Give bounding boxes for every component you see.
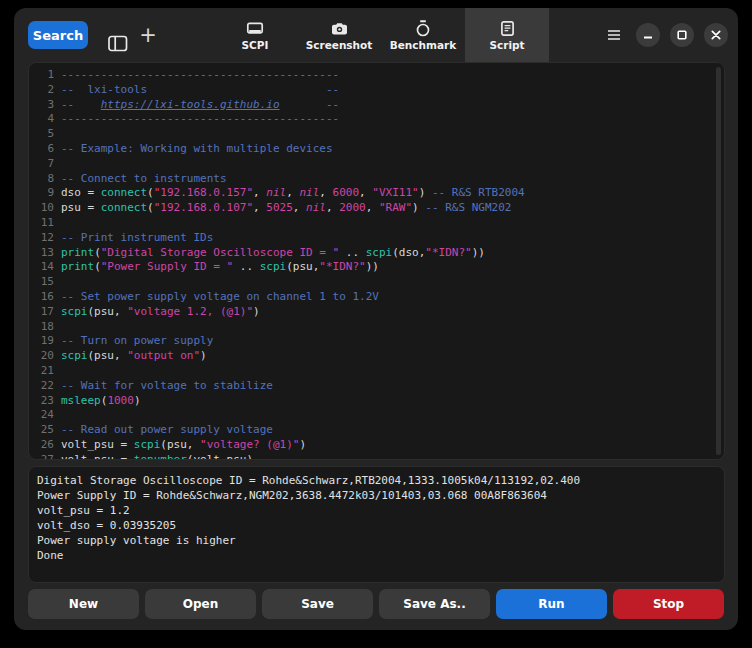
code-line: 26volt_psu = scpi(psu, "voltage? (@1)")	[39, 438, 724, 453]
open-button[interactable]: Open	[145, 589, 256, 619]
code-token: (psu,	[286, 260, 319, 273]
code-token: (psu,	[88, 305, 128, 318]
code-token: 1000	[107, 394, 134, 407]
code-token: -- Print instrument IDs	[61, 231, 213, 244]
save-as-button[interactable]: Save As..	[379, 589, 490, 619]
code-token: -- R&S RTB2004	[432, 186, 525, 199]
close-button[interactable]	[704, 23, 728, 47]
code-token: "Digital Storage Oscilloscope ID = "	[101, 246, 339, 259]
code-token: dso =	[61, 186, 101, 199]
code-token: tonumber	[134, 453, 187, 460]
output-console: Digital Storage Oscilloscope ID = Rohde&…	[28, 466, 725, 583]
code-token: )	[134, 394, 141, 407]
menu-button[interactable]	[602, 23, 626, 47]
code-line: 9dso = connect("192.168.0.157", nil, nil…	[39, 186, 724, 201]
tool-tab-script[interactable]: Script	[465, 8, 549, 62]
code-line: 2-- lxi-tools --	[39, 83, 724, 98]
code-line: 13print("Digital Storage Oscilloscope ID…	[39, 246, 724, 261]
code-token: ,	[319, 186, 332, 199]
code-token: (	[147, 201, 154, 214]
code-token: ,	[253, 201, 266, 214]
code-token: 6000	[333, 186, 360, 199]
code-token: psu =	[61, 201, 101, 214]
line-number: 20	[39, 349, 54, 364]
code-token: volt_psu =	[61, 438, 134, 451]
tool-tab-scpi[interactable]: SCPI	[213, 8, 297, 62]
line-number: 6	[39, 142, 54, 157]
save-button[interactable]: Save	[262, 589, 373, 619]
add-tab-button[interactable]: +	[139, 25, 157, 45]
code-line: 12-- Print instrument IDs	[39, 231, 724, 246]
output-line: volt_psu = 1.2	[37, 503, 716, 518]
maximize-button[interactable]	[670, 23, 694, 47]
minimize-button[interactable]	[636, 23, 660, 47]
line-number: 11	[39, 216, 54, 231]
desktop-background: Search + SCPIScreenshotBenchmarkScript 1…	[0, 0, 752, 648]
code-token: )	[299, 438, 306, 451]
code-token: scpi	[61, 349, 88, 362]
tool-tab-screenshot[interactable]: Screenshot	[297, 8, 381, 62]
run-button[interactable]: Run	[496, 589, 607, 619]
code-token: -- Turn on power supply	[61, 334, 213, 347]
code-line: 18	[39, 320, 724, 335]
code-token: ..	[233, 260, 260, 273]
code-token: ----------------------------------------…	[61, 112, 339, 125]
line-number: 26	[39, 438, 54, 453]
code-line: 1---------------------------------------…	[39, 68, 724, 83]
script-editor[interactable]: 1---------------------------------------…	[28, 62, 725, 460]
output-line: Power Supply ID = Rohde&Schwarz,NGM202,3…	[37, 488, 716, 503]
code-token: ))	[472, 246, 485, 259]
line-number: 19	[39, 334, 54, 349]
search-button[interactable]: Search	[28, 21, 88, 49]
code-token: (dso,	[392, 246, 425, 259]
code-token: ,	[359, 186, 372, 199]
code-line: 14print("Power Supply ID = " .. scpi(psu…	[39, 260, 724, 275]
code-token: ,	[286, 186, 299, 199]
output-line: volt_dso = 0.03935205	[37, 518, 716, 533]
code-lines: 1---------------------------------------…	[39, 68, 724, 460]
code-token: )	[419, 186, 432, 199]
line-number: 25	[39, 423, 54, 438]
code-line: 16-- Set power supply voltage on channel…	[39, 290, 724, 305]
code-token: (	[94, 246, 101, 259]
line-number: 2	[39, 83, 54, 98]
line-number: 5	[39, 127, 54, 142]
code-token: nil	[266, 186, 286, 199]
code-token: msleep	[61, 394, 101, 407]
code-line: 25-- Read out power supply voltage	[39, 423, 724, 438]
code-token: -- Connect to instruments	[61, 172, 227, 185]
line-number: 1	[39, 68, 54, 83]
sidebar-toggle-button[interactable]	[108, 35, 128, 52]
stop-button[interactable]: Stop	[613, 589, 724, 619]
code-token: (volt_psu)	[187, 453, 253, 460]
code-line: 21	[39, 364, 724, 379]
code-token: -- lxi-tools --	[61, 83, 339, 96]
code-line: 7	[39, 157, 724, 172]
line-number: 12	[39, 231, 54, 246]
tool-tab-benchmark[interactable]: Benchmark	[381, 8, 465, 62]
code-token: volt_psu =	[61, 453, 134, 460]
minimize-icon	[643, 30, 653, 40]
code-token: )	[253, 305, 260, 318]
hamburger-menu-icon	[607, 29, 621, 41]
code-token: --	[280, 98, 340, 111]
code-token: connect	[101, 201, 147, 214]
toolbar-tools: SCPIScreenshotBenchmarkScript	[213, 8, 549, 62]
code-token: "*IDN?"	[425, 246, 471, 259]
code-token: -- Set power supply voltage on channel 1…	[61, 290, 379, 303]
code-token: scpi	[134, 438, 161, 451]
maximize-icon	[677, 30, 687, 40]
line-number: 17	[39, 305, 54, 320]
app-window: Search + SCPIScreenshotBenchmarkScript 1…	[14, 8, 738, 630]
code-token: "output on"	[127, 349, 200, 362]
new-button[interactable]: New	[28, 589, 139, 619]
code-token: ,	[253, 186, 266, 199]
tool-label-scpi: SCPI	[242, 39, 269, 51]
code-token: -- Wait for voltage to stabilize	[61, 379, 273, 392]
code-token: "VXI11"	[372, 186, 418, 199]
code-token: connect	[101, 186, 147, 199]
line-number: 4	[39, 112, 54, 127]
editor-scrollbar[interactable]	[716, 67, 721, 455]
line-number: 15	[39, 275, 54, 290]
output-line: Power supply voltage is higher	[37, 533, 716, 548]
